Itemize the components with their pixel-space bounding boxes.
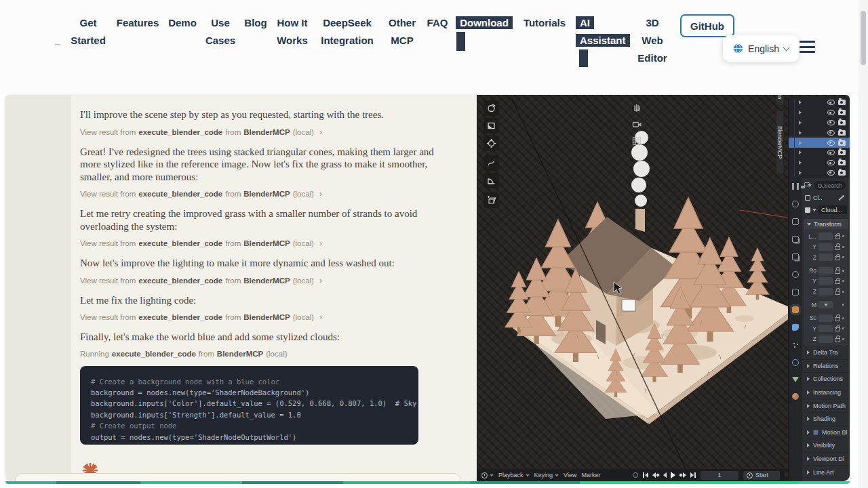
section-visibility[interactable]: Visibility (802, 439, 850, 452)
nav-item-tutorials[interactable]: Tutorials (519, 14, 570, 32)
section-line-art[interactable]: Line Art (802, 465, 850, 479)
prev-keyframe-button[interactable] (652, 472, 659, 478)
jump-to-start-button[interactable] (643, 472, 648, 478)
section-viewport-display[interactable]: Viewport Di (802, 452, 850, 466)
tool-result-row[interactable]: View result from execute_blender_code fr… (80, 312, 439, 322)
outliner-row[interactable] (789, 118, 850, 128)
tab-blendermcp[interactable]: BlenderMCP (776, 111, 783, 174)
outliner-row-selected[interactable] (789, 138, 850, 148)
section-motion-blur[interactable]: Motion Bl (802, 426, 850, 439)
outliner-row[interactable] (789, 127, 850, 138)
keyframe-dot[interactable] (842, 280, 844, 282)
expand-icon[interactable] (799, 121, 802, 125)
scrollbar-thumb[interactable] (861, 11, 866, 65)
menu-playback[interactable]: Playback (498, 472, 530, 479)
tab-object-data-icon[interactable] (792, 377, 799, 382)
checkbox[interactable] (813, 430, 818, 435)
section-shading[interactable]: Shading (802, 412, 850, 426)
eye-icon[interactable] (827, 130, 835, 136)
nav-item-blog[interactable]: Blog (243, 14, 269, 32)
eye-icon[interactable] (827, 150, 835, 155)
value-field[interactable] (818, 277, 833, 285)
tab-material-icon[interactable] (792, 393, 799, 400)
pin-icon[interactable] (838, 195, 844, 201)
add-cube-tool-icon[interactable] (484, 192, 499, 208)
section-delta-transform[interactable]: Delta Tra (802, 346, 850, 359)
camera-visibility-icon[interactable] (838, 120, 846, 125)
cursor-tool-icon[interactable] (484, 136, 499, 151)
camera-visibility-icon[interactable] (838, 160, 846, 165)
section-relations[interactable]: Relations (802, 359, 850, 373)
github-button[interactable]: GitHub (680, 14, 734, 37)
outliner-row[interactable] (789, 108, 850, 118)
eye-icon[interactable] (827, 170, 835, 176)
keyframe-dot[interactable] (842, 327, 844, 329)
nav-item-features[interactable]: Features (115, 14, 161, 32)
auto-keying-record-icon[interactable] (633, 472, 638, 478)
tool-result-row[interactable]: View result from execute_blender_code fr… (80, 127, 439, 137)
editor-type-icon[interactable] (804, 182, 805, 188)
keyframe-dot[interactable] (842, 338, 844, 340)
keyframe-dot[interactable] (842, 235, 844, 237)
video-progress-bar[interactable] (5, 481, 850, 484)
value-field[interactable] (818, 243, 833, 251)
play-reverse-button[interactable] (663, 472, 667, 478)
lock-icon[interactable] (835, 270, 840, 274)
camera-visibility-icon[interactable] (838, 100, 846, 105)
jump-to-end-button[interactable] (690, 472, 696, 478)
expand-icon[interactable] (799, 131, 802, 135)
outliner-row[interactable] (789, 98, 850, 108)
annotate-tool-icon[interactable] (484, 155, 499, 171)
tab-world-icon[interactable] (792, 271, 799, 278)
tab-collection-icon[interactable] (792, 289, 799, 296)
keyframe-dot[interactable] (842, 246, 844, 248)
grid-ortho-icon[interactable] (631, 136, 642, 146)
tab-view-layer-icon[interactable] (792, 236, 799, 243)
tab-physics-icon[interactable] (792, 359, 799, 366)
expand-icon[interactable] (799, 161, 802, 165)
eye-icon[interactable] (827, 160, 835, 165)
lock-icon[interactable] (835, 246, 840, 250)
menu-marker[interactable]: Marker (581, 472, 600, 479)
eye-icon[interactable] (827, 100, 835, 105)
tab-render-icon[interactable] (792, 201, 799, 207)
expand-icon[interactable] (799, 110, 802, 115)
section-instancing[interactable]: Instancing (802, 386, 850, 399)
value-field[interactable] (818, 325, 833, 332)
keyframe-dot[interactable] (842, 317, 844, 319)
lock-icon[interactable] (835, 256, 840, 260)
back-arrow-icon[interactable]: ← (53, 38, 62, 48)
nav-item-demo[interactable]: Demo (167, 14, 198, 32)
value-field[interactable] (818, 314, 833, 322)
play-button[interactable] (671, 472, 675, 479)
lock-icon[interactable] (835, 235, 840, 239)
nav-item-get-started[interactable]: Get Started (68, 14, 108, 49)
eye-icon[interactable] (827, 110, 835, 115)
chat-input-box[interactable] (15, 473, 461, 481)
outliner-row[interactable] (789, 158, 850, 168)
properties-breadcrumb[interactable]: Cl.. (802, 192, 850, 204)
measure-tool-icon[interactable] (484, 173, 499, 188)
nav-item-other-mcp[interactable]: Other MCP (384, 14, 420, 49)
section-motion-paths[interactable]: Motion Path (802, 399, 850, 412)
rotation-mode-dropdown[interactable] (818, 301, 833, 308)
eye-icon[interactable] (827, 120, 835, 125)
page-scrollbar[interactable] (859, 0, 868, 488)
nav-item-download[interactable]: Download (455, 14, 513, 32)
camera-visibility-icon[interactable] (838, 140, 846, 146)
camera-visibility-icon[interactable] (838, 130, 846, 136)
tab-modifiers-icon[interactable] (792, 324, 799, 331)
keyframe-dot[interactable] (842, 270, 844, 272)
menu-keying[interactable]: Keying (534, 472, 559, 479)
lock-icon[interactable] (835, 338, 840, 342)
properties-search-input[interactable]: Search (814, 181, 846, 190)
nav-item-how-it-works[interactable]: How It Works (275, 14, 310, 49)
camera-visibility-icon[interactable] (838, 110, 846, 115)
hamburger-menu-icon[interactable] (800, 41, 815, 56)
transform-header[interactable]: Transform (804, 219, 848, 229)
value-field[interactable] (818, 253, 833, 261)
keyframe-dot[interactable] (842, 256, 844, 258)
next-keyframe-button[interactable] (679, 472, 686, 478)
tab-scene-icon[interactable] (792, 253, 799, 260)
frame-start-field[interactable]: Start (743, 471, 780, 480)
